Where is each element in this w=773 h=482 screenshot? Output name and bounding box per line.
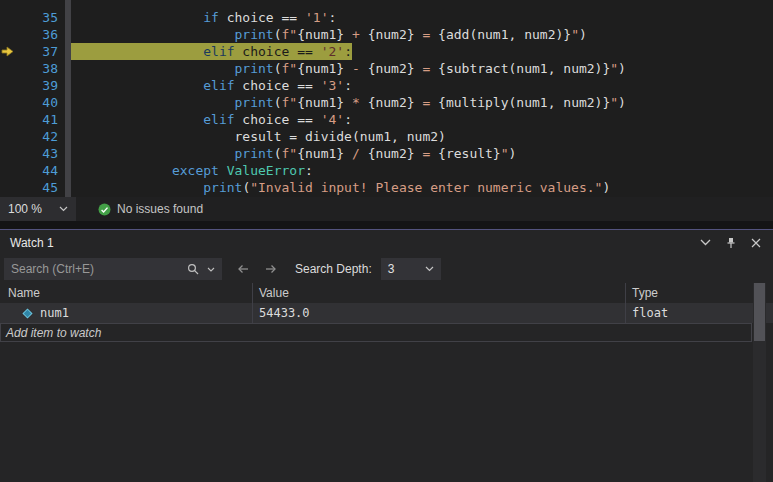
code-token: {num2} bbox=[368, 95, 415, 110]
code-token: '4' bbox=[321, 112, 344, 127]
line-number: 41 bbox=[16, 111, 58, 128]
search-icon bbox=[187, 263, 199, 275]
no-issues-check-icon bbox=[98, 203, 111, 216]
code-line[interactable]: 37 elif choice == '2': bbox=[0, 43, 773, 60]
code-token: {add(num1, num2)} bbox=[438, 27, 571, 42]
code-token: f" bbox=[282, 95, 298, 110]
code-line[interactable]: 44 except ValueError: bbox=[0, 162, 773, 179]
code-line[interactable]: 36 print(f"{num1} + {num2} = {add(num1, … bbox=[0, 26, 773, 43]
code-text: result = divide(num1, num2) bbox=[71, 128, 446, 145]
watch-toolbar: Search (Ctrl+E) Search Depth: 3 bbox=[0, 255, 773, 283]
code-line[interactable]: 42 result = divide(num1, num2) bbox=[0, 128, 773, 145]
watch-row[interactable]: num1 54433.0 float bbox=[0, 303, 773, 323]
code-token: {num1} bbox=[297, 27, 344, 42]
code-token bbox=[78, 27, 235, 42]
search-depth-label: Search Depth: bbox=[295, 262, 372, 276]
pin-icon[interactable] bbox=[725, 237, 737, 249]
watch-name-cell: num1 bbox=[0, 303, 252, 323]
scrollbar-thumb[interactable] bbox=[754, 283, 765, 341]
code-line[interactable]: 45 print("Invalid input! Please enter nu… bbox=[0, 179, 773, 196]
search-back-arrow-icon[interactable] bbox=[236, 263, 250, 275]
code-line[interactable]: 40 print(f"{num1} * {num2} = {multiply(n… bbox=[0, 94, 773, 111]
code-token: : bbox=[328, 10, 336, 25]
code-token: / bbox=[344, 146, 367, 161]
zoom-value: 100 % bbox=[8, 202, 42, 216]
close-icon[interactable] bbox=[751, 238, 761, 248]
search-placeholder: Search (Ctrl+E) bbox=[11, 262, 179, 276]
code-token: ValueError bbox=[227, 163, 305, 178]
code-line[interactable]: 35 if choice == '1': bbox=[0, 9, 773, 26]
breakpoint-margin[interactable] bbox=[0, 94, 16, 111]
window-position-chevron-icon[interactable] bbox=[700, 239, 711, 246]
column-header-name[interactable]: Name bbox=[0, 283, 252, 303]
code-token: f" bbox=[282, 27, 298, 42]
code-token: choice == bbox=[235, 44, 321, 59]
code-token: elif bbox=[203, 112, 234, 127]
code-token: ) bbox=[618, 61, 626, 76]
breakpoint-margin[interactable] bbox=[0, 162, 16, 179]
column-header-type[interactable]: Type bbox=[625, 283, 752, 303]
code-line[interactable]: 41 elif choice == '4': bbox=[0, 111, 773, 128]
code-line[interactable]: 43 print(f"{num1} / {num2} = {result}") bbox=[0, 145, 773, 162]
code-token bbox=[78, 95, 235, 110]
code-token: f" bbox=[282, 146, 298, 161]
code-token: * bbox=[344, 95, 367, 110]
breakpoint-margin[interactable] bbox=[0, 179, 16, 196]
watch-type-cell: float bbox=[625, 303, 752, 323]
code-token: print bbox=[235, 95, 274, 110]
watch-scrollbar[interactable] bbox=[753, 283, 766, 482]
watch-panel: Watch 1 Search (Ctrl+E) bbox=[0, 229, 773, 482]
breakpoint-margin[interactable] bbox=[0, 26, 16, 43]
line-number: 45 bbox=[16, 179, 58, 196]
breakpoint-margin[interactable] bbox=[0, 128, 16, 145]
column-header-value[interactable]: Value bbox=[252, 283, 625, 303]
add-watch-item-row[interactable]: Add item to watch bbox=[0, 323, 752, 342]
code-token: print bbox=[203, 180, 242, 195]
breakpoint-margin[interactable] bbox=[0, 9, 16, 26]
breakpoint-margin[interactable] bbox=[0, 111, 16, 128]
code-token: - bbox=[344, 61, 367, 76]
code-token bbox=[219, 163, 227, 178]
line-number: 44 bbox=[16, 162, 58, 179]
grid-header: Name Value Type bbox=[0, 283, 773, 303]
code-token: choice == bbox=[235, 78, 321, 93]
code-editor[interactable]: 35 if choice == '1':36 print(f"{num1} + … bbox=[0, 0, 773, 197]
code-token: '3' bbox=[321, 78, 344, 93]
code-token: ) bbox=[509, 146, 517, 161]
code-token: " bbox=[610, 95, 618, 110]
search-options-chevron-icon[interactable] bbox=[207, 267, 215, 272]
watch-value-cell[interactable]: 54433.0 bbox=[252, 303, 625, 323]
code-token: " bbox=[571, 27, 579, 42]
editor-status-bar: 100 % No issues found bbox=[0, 197, 773, 221]
code-line[interactable]: 38 print(f"{num1} - {num2} = {subtract(n… bbox=[0, 60, 773, 77]
breakpoint-margin[interactable] bbox=[0, 145, 16, 162]
code-text: elif choice == '3': bbox=[71, 77, 352, 94]
code-token: elif bbox=[203, 78, 234, 93]
line-number: 40 bbox=[16, 94, 58, 111]
code-token: : bbox=[344, 44, 352, 59]
breakpoint-margin[interactable] bbox=[0, 60, 16, 77]
code-token: {multiply(num1, num2)} bbox=[438, 95, 610, 110]
code-token: : bbox=[344, 112, 352, 127]
zoom-control[interactable]: 100 % bbox=[0, 197, 76, 221]
code-token: '1' bbox=[305, 10, 328, 25]
code-token: choice == bbox=[219, 10, 305, 25]
code-text: elif choice == '2': bbox=[71, 43, 352, 60]
code-token: if bbox=[203, 10, 219, 25]
code-token bbox=[78, 44, 203, 59]
code-token: {result} bbox=[438, 146, 501, 161]
panel-splitter[interactable] bbox=[0, 221, 773, 229]
code-line[interactable]: 39 elif choice == '3': bbox=[0, 77, 773, 94]
code-text: except ValueError: bbox=[71, 162, 313, 179]
code-text: print(f"{num1} - {num2} = {subtract(num1… bbox=[71, 60, 626, 77]
code-token: + bbox=[344, 27, 367, 42]
current-statement-arrow-icon[interactable] bbox=[0, 43, 16, 60]
search-forward-arrow-icon[interactable] bbox=[264, 263, 278, 275]
code-token: {subtract(num1, num2)} bbox=[438, 61, 610, 76]
breakpoint-margin[interactable] bbox=[0, 77, 16, 94]
search-depth-select[interactable]: 3 bbox=[381, 258, 441, 280]
code-token: = bbox=[415, 95, 438, 110]
variable-icon bbox=[22, 308, 33, 319]
line-number: 38 bbox=[16, 60, 58, 77]
search-input[interactable]: Search (Ctrl+E) bbox=[4, 258, 222, 280]
